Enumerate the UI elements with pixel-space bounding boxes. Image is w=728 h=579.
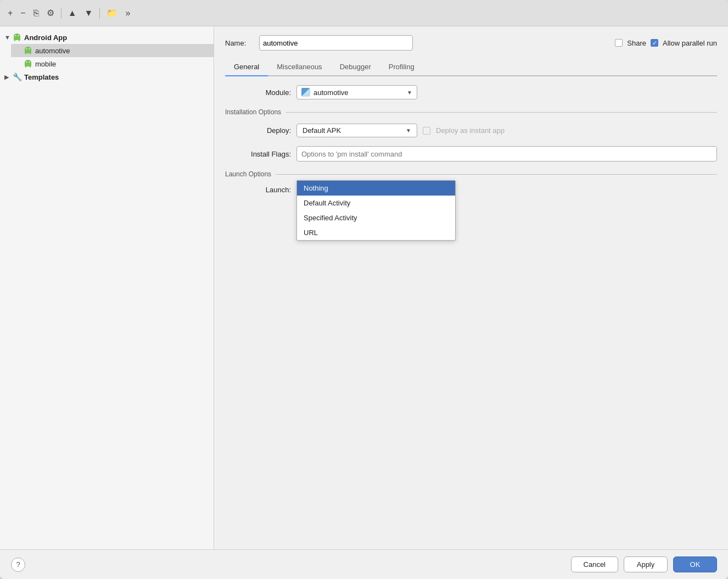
name-row: Name: Share ✓ Allow parallel run	[225, 35, 717, 51]
apply-button[interactable]: Apply	[624, 556, 668, 572]
toolbar: + − ⎘ ⚙ ▲ ▼ 📁 »	[0, 0, 728, 26]
automotive-label: automotive	[35, 47, 70, 55]
launch-option-nothing[interactable]: Nothing	[297, 181, 455, 196]
share-checkbox[interactable]	[615, 39, 623, 47]
module-select-icon	[301, 88, 310, 97]
sidebar-item-mobile[interactable]: mobile	[11, 57, 214, 70]
module-row: Module: automotive ▼	[225, 85, 717, 99]
svg-point-14	[26, 62, 27, 63]
tree-arrow-templates: ▶	[4, 74, 12, 81]
name-input[interactable]	[259, 35, 413, 51]
svg-point-8	[26, 48, 27, 49]
move-down-button[interactable]: ▼	[82, 7, 96, 19]
instant-app-checkbox[interactable]	[423, 127, 430, 135]
module-dropdown-arrow-icon: ▼	[407, 90, 412, 96]
ok-button[interactable]: OK	[673, 556, 717, 572]
module-select-value: automotive	[313, 88, 404, 97]
svg-point-2	[15, 35, 16, 36]
tab-debugger[interactable]: Debugger	[331, 58, 380, 76]
install-flags-row: Install Flags:	[225, 146, 717, 162]
tree-arrow-android-app: ▼	[4, 34, 12, 41]
deploy-select[interactable]: Default APK ▼	[296, 124, 417, 137]
name-label: Name:	[225, 39, 253, 47]
launch-option-default-activity[interactable]: Default Activity	[297, 196, 455, 210]
svg-rect-10	[25, 52, 26, 54]
tab-miscellaneous[interactable]: Miscellaneous	[268, 58, 331, 76]
toolbar-separator-1	[61, 8, 61, 19]
svg-point-3	[18, 35, 19, 36]
share-section: Share ✓ Allow parallel run	[615, 39, 717, 47]
svg-rect-4	[14, 39, 15, 41]
tab-general[interactable]: General	[225, 58, 268, 76]
folder-button[interactable]: 📁	[104, 7, 120, 19]
sidebar-item-templates[interactable]: ▶ 🔧 Templates	[0, 70, 214, 83]
instant-app-label: Deploy as instant app	[436, 126, 505, 135]
svg-point-9	[29, 48, 30, 49]
form-content: Module: automotive ▼ Installation Option…	[225, 85, 717, 549]
svg-rect-17	[30, 65, 31, 68]
templates-wrench-icon: 🔧	[12, 72, 22, 82]
launch-dropdown-popup: Nothing Default Activity Specified Activ…	[296, 180, 456, 241]
svg-point-15	[29, 62, 30, 63]
deploy-dropdown-arrow-icon: ▼	[406, 127, 411, 133]
run-configuration-dialog: + − ⎘ ⚙ ▲ ▼ 📁 » ▼	[0, 0, 728, 579]
sidebar-item-android-app[interactable]: ▼ Android App	[0, 31, 214, 44]
svg-rect-5	[19, 39, 20, 41]
launch-option-specified-activity[interactable]: Specified Activity	[297, 210, 455, 225]
svg-rect-16	[25, 65, 26, 68]
deploy-row: Deploy: Default APK ▼ Deploy as instant …	[225, 124, 717, 137]
bottom-bar: ? Cancel Apply OK	[0, 549, 728, 579]
share-label: Share	[627, 39, 646, 47]
deploy-label: Deploy:	[225, 126, 291, 135]
sidebar-item-automotive[interactable]: automotive	[11, 44, 214, 57]
copy-button[interactable]: ⎘	[31, 7, 41, 19]
main-body: ▼ Android App	[0, 26, 728, 549]
deploy-select-value: Default APK	[303, 126, 402, 135]
installation-options-header: Installation Options	[225, 108, 717, 116]
tree-children: automotive mobile	[0, 44, 214, 70]
mobile-label: mobile	[35, 60, 56, 68]
toolbar-separator-2	[99, 8, 100, 19]
svg-rect-11	[30, 52, 31, 54]
launch-options-section: Launch: Nothing ▼ Nothing Default Activi…	[225, 186, 717, 201]
more-button[interactable]: »	[123, 7, 132, 19]
add-button[interactable]: +	[5, 7, 15, 19]
mobile-android-icon	[23, 59, 33, 69]
parallel-label: Allow parallel run	[663, 39, 717, 47]
content-panel: Name: Share ✓ Allow parallel run General…	[214, 26, 728, 549]
launch-options-header: Launch Options	[225, 170, 717, 178]
parallel-checkbox[interactable]: ✓	[651, 39, 658, 47]
sidebar: ▼ Android App	[0, 26, 214, 549]
launch-label: Launch:	[225, 186, 291, 194]
install-flags-input[interactable]	[296, 146, 717, 162]
android-app-label: Android App	[24, 34, 67, 42]
automotive-android-icon	[23, 46, 33, 55]
settings-button[interactable]: ⚙	[44, 7, 57, 19]
launch-option-url[interactable]: URL	[297, 225, 455, 240]
install-flags-label: Install Flags:	[225, 150, 291, 158]
android-app-icon	[12, 32, 22, 42]
tabs: General Miscellaneous Debugger Profiling	[225, 58, 717, 76]
help-button[interactable]: ?	[11, 558, 25, 572]
cancel-button[interactable]: Cancel	[571, 556, 618, 572]
templates-label: Templates	[24, 73, 59, 81]
module-label: Module:	[225, 88, 291, 97]
module-select[interactable]: automotive ▼	[296, 85, 417, 99]
tab-profiling[interactable]: Profiling	[380, 58, 423, 76]
remove-button[interactable]: −	[18, 7, 27, 19]
move-up-button[interactable]: ▲	[66, 7, 79, 19]
